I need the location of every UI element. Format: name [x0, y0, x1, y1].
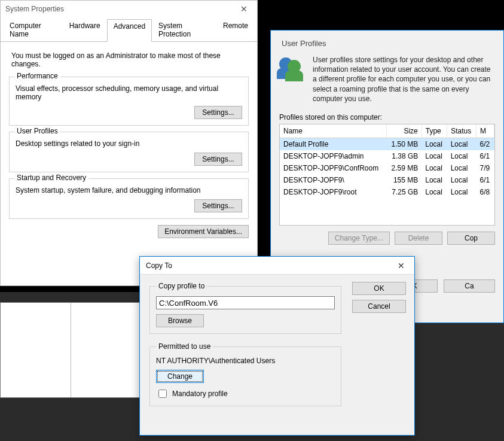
tab-computer-name[interactable]: Computer Name: [3, 19, 63, 41]
mandatory-profile-label: Mandatory profile: [172, 390, 228, 398]
startup-settings-button[interactable]: Settings...: [194, 199, 242, 212]
change-button[interactable]: Change: [156, 370, 204, 383]
admin-note: You must be logged on as an Administrato…: [9, 48, 249, 74]
startup-legend: Startup and Recovery: [14, 174, 88, 182]
environment-variables-button[interactable]: Environment Variables...: [158, 225, 249, 238]
taskbar-thumbnails: [0, 302, 140, 398]
table-row[interactable]: Default Profile1.50 MBLocalLocal6/2: [280, 138, 494, 150]
permitted-legend: Permitted to use: [156, 342, 213, 351]
table-row[interactable]: DESKTOP-JOPF9\155 MBLocalLocal6/1: [280, 174, 494, 186]
startup-desc: System startup, system failure, and debu…: [16, 186, 242, 194]
delete-button[interactable]: Delete: [395, 232, 442, 245]
userprofiles-settings-button[interactable]: Settings...: [194, 153, 242, 166]
copy-to-button[interactable]: Cop: [447, 232, 495, 245]
userprof-title: User Profiles: [271, 31, 503, 55]
tab-advanced[interactable]: Advanced: [107, 19, 152, 42]
change-type-button[interactable]: Change Type...: [328, 232, 390, 245]
col-status[interactable]: Status: [447, 124, 476, 138]
sysprops-title: System Properties: [5, 5, 64, 13]
copyto-title: Copy To: [146, 261, 172, 270]
userprofiles-desc: Desktop settings related to your sign-in: [16, 139, 242, 148]
col-modified[interactable]: M: [476, 124, 494, 138]
table-row[interactable]: DESKTOP-JOPF9\root7.25 GBLocalLocal6/8: [280, 186, 494, 198]
performance-desc: Visual effects, processor scheduling, me…: [16, 84, 242, 101]
browse-button[interactable]: Browse: [156, 314, 204, 327]
performance-settings-button[interactable]: Settings...: [194, 106, 242, 119]
profiles-table[interactable]: Name Size Type Status M Default Profile1…: [279, 124, 495, 226]
close-icon[interactable]: ✕: [388, 257, 414, 275]
col-size[interactable]: Size: [386, 124, 421, 138]
table-row[interactable]: DESKTOP-JOPF9\admin1.38 GBLocalLocal6/1: [280, 150, 494, 162]
tab-remote[interactable]: Remote: [216, 19, 255, 41]
performance-legend: Performance: [14, 72, 60, 80]
copy-profile-legend: Copy profile to: [156, 282, 207, 290]
copyto-ok-button[interactable]: OK: [352, 282, 406, 295]
userprof-cancel-button[interactable]: Ca: [444, 279, 495, 293]
col-name[interactable]: Name: [280, 124, 386, 138]
tab-system-protection[interactable]: System Protection: [152, 19, 216, 41]
mandatory-profile-checkbox[interactable]: [158, 390, 167, 398]
profiles-stored-label: Profiles stored on this computer:: [279, 113, 495, 121]
table-row[interactable]: DESKTOP-JOPF9\ConfRoom2.59 MBLocalLocal7…: [280, 162, 494, 174]
permitted-user: NT AUTHORITY\Authenticated Users: [156, 357, 335, 365]
window-system-properties: System Properties ✕ Computer Name Hardwa…: [0, 0, 258, 286]
window-copy-to: Copy To ✕ Copy profile to Browse Permitt…: [139, 256, 415, 436]
userprofiles-legend: User Profiles: [14, 127, 60, 135]
tab-hardware[interactable]: Hardware: [63, 19, 107, 41]
copy-path-input[interactable]: [156, 296, 335, 309]
userprof-desc: User profiles store settings for your de…: [313, 55, 495, 104]
copyto-cancel-button[interactable]: Cancel: [352, 300, 406, 313]
sysprops-tabs: Computer Name Hardware Advanced System P…: [1, 19, 257, 42]
col-type[interactable]: Type: [421, 124, 447, 138]
users-icon: [279, 55, 306, 81]
close-icon[interactable]: ✕: [231, 1, 257, 17]
